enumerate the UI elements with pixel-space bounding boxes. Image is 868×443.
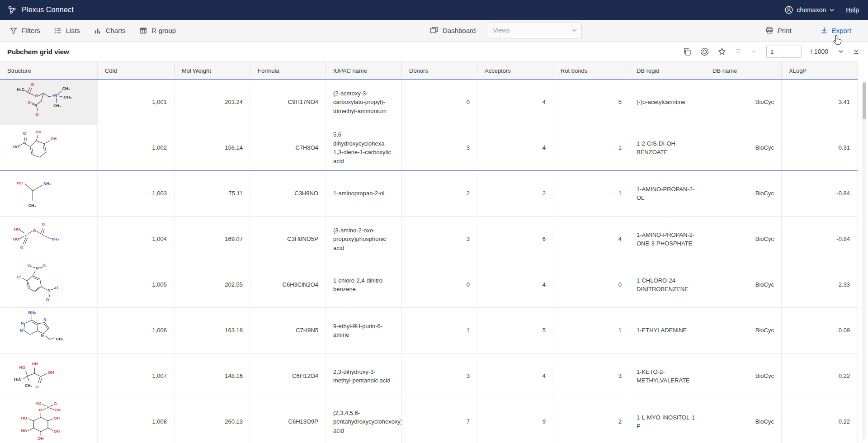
- column-header-db_name[interactable]: DB name: [705, 62, 782, 79]
- cell-db_name[interactable]: BioCyc: [705, 308, 782, 353]
- cell-iupac[interactable]: (2-acetoxy-3-carboxylato-propyl)-trimeth…: [326, 80, 402, 125]
- table-row[interactable]: HOHOPOOONH₂1,004169.07C3H8NO5P(3-amino-2…: [0, 217, 858, 262]
- column-header-donors[interactable]: Donors: [402, 62, 477, 79]
- cell-formula[interactable]: C6H13O9P: [250, 399, 326, 443]
- first-record-button[interactable]: [735, 48, 742, 55]
- cell-iupac[interactable]: 5,6-dihydroxycyclohexa-1,3-diene-1-carbo…: [326, 125, 402, 170]
- structure-cell[interactable]: NNNNNH₂CH₃: [0, 308, 98, 353]
- column-header-structure[interactable]: Structure: [0, 62, 98, 79]
- cell-xlogp[interactable]: 0.09: [782, 308, 858, 353]
- cell-rot_bonds[interactable]: 1: [553, 171, 629, 216]
- dashboard-button[interactable]: Dashboard: [423, 20, 482, 41]
- cell-cdid[interactable]: 1,007: [98, 353, 175, 399]
- cell-db_name[interactable]: BioCyc: [705, 217, 782, 262]
- cell-db_name[interactable]: BioCyc: [705, 353, 782, 399]
- cell-donors[interactable]: 3: [402, 125, 477, 170]
- cell-iupac[interactable]: 2,3-dihydroxy-3-methyl-pentanoic acid: [326, 353, 402, 399]
- cell-formula[interactable]: C7H9N5: [250, 308, 326, 353]
- next-record-button[interactable]: [837, 48, 844, 55]
- rgroup-button[interactable]: R-group: [132, 20, 183, 41]
- user-menu[interactable]: chemaxon: [784, 5, 835, 14]
- export-button[interactable]: Export: [814, 20, 858, 41]
- column-header-formula[interactable]: Formula: [250, 62, 326, 79]
- cell-db_regid[interactable]: 1-CHLORO-24-DINITROBENZENE: [629, 262, 705, 307]
- cell-donors[interactable]: 3: [402, 217, 477, 262]
- cell-iupac[interactable]: 1-aminopropan-2-ol: [326, 171, 402, 216]
- cell-db_regid[interactable]: 1-AMINO-PROPAN-2-ONE-3-PHOSPHATE: [629, 217, 705, 262]
- column-header-mol_weight[interactable]: Mol Weight: [175, 62, 250, 79]
- views-select[interactable]: Views: [488, 23, 582, 38]
- cell-rot_bonds[interactable]: 4: [553, 217, 629, 262]
- cell-db_regid[interactable]: 1-L-MYO-INOSITOL-1-P: [629, 399, 705, 443]
- cell-donors[interactable]: 2: [402, 171, 477, 216]
- structure-cell[interactable]: HOHOPOOONH₂: [0, 217, 98, 262]
- cell-xlogp[interactable]: -0.84: [782, 171, 858, 216]
- cell-rot_bonds[interactable]: 2: [553, 399, 629, 443]
- cell-rot_bonds[interactable]: 3: [553, 353, 629, 399]
- cell-rot_bonds[interactable]: 0: [553, 262, 629, 307]
- cell-formula[interactable]: C3H9NO: [250, 171, 326, 216]
- structure-cell[interactable]: H₃COON⁺CH₃CH₃CH₃⁻OO: [0, 80, 98, 125]
- cell-acceptors[interactable]: 2: [477, 171, 553, 216]
- cell-xlogp[interactable]: -0.31: [782, 125, 858, 170]
- cell-mol_weight[interactable]: 148.16: [175, 353, 250, 399]
- table-row[interactable]: OHOHOHO1,002156.14C7H8O45,6-dihydroxycyc…: [0, 125, 858, 171]
- cell-mol_weight[interactable]: 169.07: [175, 217, 250, 262]
- cell-xlogp[interactable]: 2.33: [782, 262, 858, 307]
- cell-formula[interactable]: C6H12O4: [250, 353, 326, 399]
- cell-cdid[interactable]: 1,004: [98, 217, 175, 262]
- cell-xlogp[interactable]: -0.84: [782, 217, 858, 262]
- cell-acceptors[interactable]: 4: [477, 125, 553, 170]
- column-header-xlogp[interactable]: XLogP: [782, 62, 858, 79]
- cell-donors[interactable]: 0: [402, 262, 477, 307]
- column-header-acceptors[interactable]: Acceptors: [477, 62, 553, 79]
- cell-cdid[interactable]: 1,002: [98, 125, 175, 170]
- vertical-scrollbar[interactable]: [862, 80, 866, 439]
- cell-db_name[interactable]: BioCyc: [705, 399, 782, 443]
- favorite-star-button[interactable]: [717, 47, 726, 56]
- column-header-rot_bonds[interactable]: Rot bonds: [553, 62, 629, 79]
- scrollbar-thumb[interactable]: [863, 82, 866, 119]
- lists-button[interactable]: Lists: [47, 20, 87, 41]
- cell-mol_weight[interactable]: 202.55: [175, 262, 250, 307]
- previous-record-button[interactable]: [750, 48, 757, 55]
- cell-iupac[interactable]: 9-ethyl-9H-purin-6-amine: [326, 308, 402, 353]
- column-header-cdid[interactable]: CdId: [98, 62, 175, 79]
- structure-search-button[interactable]: [700, 47, 709, 57]
- cell-iupac[interactable]: (2,3,4,5,6-pentahydroxycyclohexoxy)phosp…: [326, 399, 402, 443]
- cell-db_name[interactable]: BioCyc: [705, 171, 782, 216]
- cell-donors[interactable]: 0: [402, 80, 477, 125]
- charts-button[interactable]: Charts: [87, 20, 132, 41]
- cell-mol_weight[interactable]: 163.18: [175, 308, 250, 353]
- cell-iupac[interactable]: (3-amino-2-oxo-propoxy)phosphonic acid: [326, 217, 402, 262]
- record-number-input[interactable]: [766, 46, 802, 58]
- cell-cdid[interactable]: 1,008: [98, 399, 175, 443]
- cell-cdid[interactable]: 1,001: [98, 80, 175, 125]
- cell-xlogp[interactable]: 0.22: [782, 399, 858, 443]
- structure-cell[interactable]: OHOHOHHOHOOPOOHHO: [0, 399, 98, 443]
- cell-donors[interactable]: 3: [402, 353, 477, 399]
- table-row[interactable]: ClN⁺O⁻ON⁺OO⁻1,005202.55C6H3ClN2O41-chlor…: [0, 262, 858, 308]
- cell-formula[interactable]: C9H17NO4: [250, 80, 326, 125]
- cell-cdid[interactable]: 1,003: [98, 171, 175, 216]
- table-row[interactable]: H₃CCH₃HOOHOOH1,007148.16C6H12O42,3-dihyd…: [0, 353, 858, 399]
- cell-db_regid[interactable]: 1-ETHYLADENINE: [629, 308, 705, 353]
- column-header-db_regid[interactable]: DB regid: [629, 62, 705, 79]
- cell-mol_weight[interactable]: 260.13: [175, 399, 250, 443]
- column-header-iupac[interactable]: IUPAC name: [326, 62, 402, 79]
- cell-db_name[interactable]: BioCyc: [705, 125, 782, 170]
- cell-db_regid[interactable]: 1-AMINO-PROPAN-2-OL: [629, 171, 705, 216]
- cell-db_regid[interactable]: 1-KETO-2-METHYLVALERATE: [629, 353, 705, 399]
- cell-mol_weight[interactable]: 75.11: [175, 171, 250, 216]
- table-row[interactable]: OHOHOHHOHOOPOOHHO1,008260.13C6H13O9P(2,3…: [0, 399, 858, 443]
- structure-cell[interactable]: H₃CCH₃HOOHOOH: [0, 353, 98, 399]
- cell-acceptors[interactable]: 6: [477, 217, 553, 262]
- cell-formula[interactable]: C7H8O4: [250, 125, 326, 170]
- cell-cdid[interactable]: 1,006: [98, 308, 175, 353]
- cell-donors[interactable]: 1: [402, 308, 477, 353]
- print-button[interactable]: Print: [759, 20, 798, 41]
- cell-acceptors[interactable]: 9: [477, 399, 553, 443]
- table-row[interactable]: NNNNNH₂CH₃1,006163.18C7H9N59-ethyl-9H-pu…: [0, 308, 858, 353]
- cell-acceptors[interactable]: 4: [477, 262, 553, 307]
- table-row[interactable]: HONH₂CH₃1,00375.11C3H9NO1-aminopropan-2-…: [0, 171, 858, 217]
